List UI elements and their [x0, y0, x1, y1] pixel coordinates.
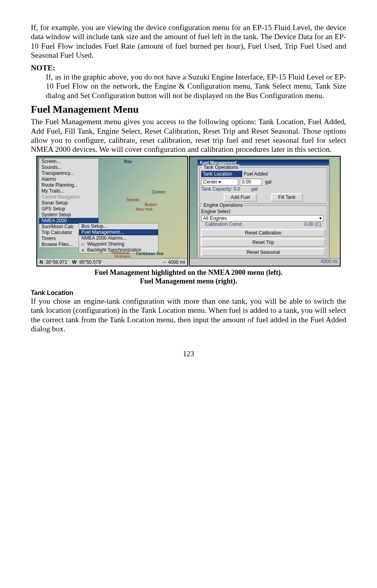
menu-item[interactable]: Screen... [39, 159, 98, 164]
submenu-item[interactable]: NMEA 2000 Alarms... [79, 235, 158, 241]
submenu-item-selected[interactable]: Fuel Management... [79, 229, 158, 235]
fuel-management-dialog: Fuel Management Tank Operations Tank Loc… [197, 159, 330, 260]
menu-item[interactable]: System Setup [39, 212, 98, 218]
paragraph-3: If you chose an engine-tank configuratio… [31, 297, 346, 334]
fuel-added-label: Fuel Added [244, 171, 268, 177]
engine-select-label: Engine Select [201, 209, 325, 214]
reset-seasonal-button[interactable]: Reset Seasonal [201, 248, 325, 256]
paragraph-1: If, for example, you are viewing the dev… [31, 23, 346, 60]
calibration-const-label: Calibration Const: [205, 221, 243, 227]
tank-capacity-unit: gal [251, 186, 258, 192]
tank-location-label: Tank Location [201, 171, 242, 177]
map-label-newyork: New York [136, 207, 153, 212]
screenshot-right: Fuel Management Tank Operations Tank Loc… [189, 156, 341, 267]
tank-capacity-label: Tank Capacity: 0.0 [201, 186, 240, 192]
status-bar-right: 4000 mi [190, 258, 340, 266]
engine-operations-group: Engine Operations Engine Select All Engi… [199, 205, 327, 258]
section-heading: Fuel Management Menu [31, 103, 346, 115]
status-bar-left: N 36°08.971' W 95°50.579' ↔ 4000 mi [37, 258, 187, 266]
reset-calibration-button[interactable]: Reset Calibration [201, 229, 325, 237]
menu-item[interactable]: Sonar Setup [39, 200, 98, 206]
submenu: Bus Setup... Fuel Management... NMEA 200… [79, 223, 158, 253]
screenshot-left: Bay Quebec Toronto Boston New York Scree… [36, 156, 188, 267]
screenshot-row: Bay Quebec Toronto Boston New York Scree… [31, 156, 346, 267]
menu-item[interactable]: Sounds... [39, 164, 98, 170]
paragraph-2: The Fuel Management menu gives you acces… [31, 117, 346, 154]
map-label-caribbean: Caribbean Sea [136, 251, 163, 256]
note-body: If, as in the graphic above, you do not … [46, 72, 346, 100]
menu-item[interactable]: My Trails... [39, 188, 98, 194]
figure-caption: Fuel Management highlighted on the NMEA … [31, 268, 346, 286]
menu-item[interactable]: Transparency... [39, 170, 98, 176]
menu-item-disabled: Cancel Navigation [39, 194, 98, 200]
map-label-toronto: Toronto [126, 198, 139, 202]
tank-operations-group: Tank Operations Tank Location Fuel Added… [199, 167, 327, 204]
fuel-added-unit: gal [264, 179, 271, 185]
calibration-const-value: 0.00 (C) [304, 221, 321, 227]
engine-select-dropdown[interactable]: All Engines▾ [201, 215, 324, 221]
map-label-quebec: Quebec [152, 190, 166, 195]
tank-location-select[interactable]: Center ▾ [201, 179, 238, 185]
map-label-boston: Boston [145, 202, 157, 207]
note-heading: NOTE: [31, 63, 346, 72]
submenu-item[interactable]: Bus Setup... [79, 223, 158, 229]
group-title: Engine Operations [202, 202, 244, 208]
menu-item[interactable]: Alarms [39, 176, 98, 182]
add-fuel-button[interactable]: Add Fuel [224, 193, 257, 201]
tank-location-heading: Tank Location [31, 289, 346, 297]
page-number: 123 [31, 350, 346, 359]
menu-item[interactable]: GPS Setup [39, 206, 98, 212]
reset-trip-button[interactable]: Reset Trip [201, 238, 325, 246]
fuel-added-input[interactable]: 0.00 [240, 179, 262, 185]
menu-item[interactable]: Route Planning... [39, 182, 98, 188]
group-title: Tank Operations [202, 164, 239, 170]
submenu-item[interactable]: ☐ Waypoint Sharing [79, 241, 158, 247]
map-label-bay: Bay [124, 159, 132, 164]
fill-tank-button[interactable]: Fill Tank [271, 193, 303, 201]
